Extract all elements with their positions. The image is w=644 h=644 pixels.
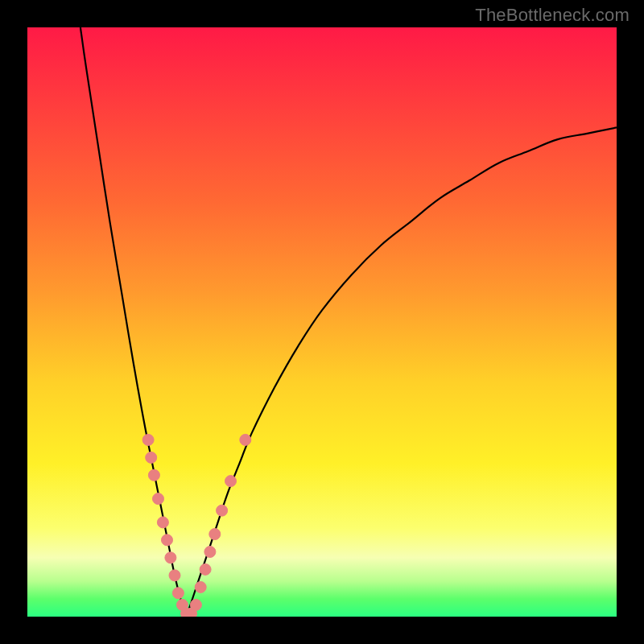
marker-point	[195, 581, 206, 592]
marker-point	[142, 434, 154, 445]
bottleneck-curve-left	[80, 27, 187, 617]
marker-point	[165, 552, 176, 564]
marker-point	[225, 476, 237, 487]
marker-point	[217, 505, 228, 516]
marker-point	[172, 588, 184, 599]
marker-point	[209, 529, 221, 540]
marker-point	[157, 517, 168, 528]
marker-point	[204, 547, 216, 558]
marker-point	[200, 564, 211, 575]
marker-point	[153, 493, 164, 505]
marker-point	[148, 469, 159, 481]
attribution-text: TheBottleneck.com	[475, 5, 630, 26]
bottleneck-curve-right	[187, 127, 617, 617]
marker-point	[190, 599, 201, 610]
chart-frame: TheBottleneck.com	[0, 0, 644, 644]
marker-point	[162, 535, 173, 546]
curve-markers	[142, 434, 251, 617]
marker-point	[169, 570, 180, 581]
curve-layer	[27, 27, 617, 617]
marker-point	[146, 452, 157, 463]
marker-point	[240, 434, 251, 445]
plot-area	[27, 27, 617, 617]
